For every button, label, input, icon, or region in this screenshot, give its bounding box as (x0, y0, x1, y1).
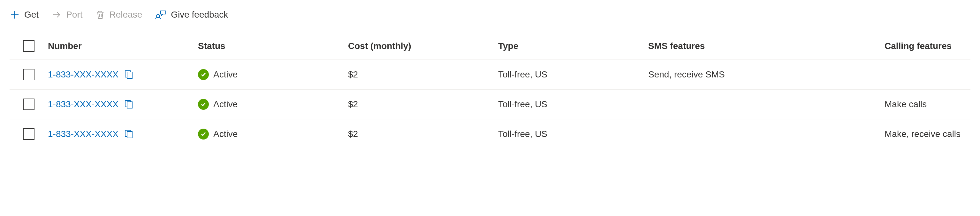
header-calling[interactable]: Calling features (885, 41, 980, 51)
number-cell: 1-833-XXX-XXXX (48, 129, 198, 139)
cost-cell: $2 (348, 69, 498, 80)
table-row: 1-833-XXX-XXXX Active $2 Toll-free, US M… (10, 90, 970, 119)
row-checkbox[interactable] (23, 99, 35, 110)
svg-rect-6 (127, 131, 132, 138)
get-label: Get (24, 10, 39, 20)
header-type[interactable]: Type (498, 41, 648, 51)
feedback-label: Give feedback (171, 10, 228, 20)
status-text: Active (213, 99, 237, 109)
status-text: Active (213, 129, 237, 139)
release-label: Release (110, 10, 142, 20)
copy-icon[interactable] (124, 129, 133, 139)
cost-cell: $2 (348, 99, 498, 109)
row-select-cell (10, 128, 48, 140)
row-select-cell (10, 69, 48, 80)
header-number[interactable]: Number (48, 41, 198, 51)
status-cell: Active (198, 129, 348, 139)
sms-cell: Send, receive SMS (648, 69, 885, 80)
copy-icon[interactable] (124, 99, 133, 109)
arrow-right-icon (51, 10, 62, 20)
row-checkbox[interactable] (23, 128, 35, 140)
plus-icon (10, 10, 20, 20)
feedback-icon (155, 10, 166, 20)
get-button[interactable]: Get (10, 10, 39, 20)
type-cell: Toll-free, US (498, 99, 648, 109)
number-cell: 1-833-XXX-XXXX (48, 99, 198, 109)
feedback-button[interactable]: Give feedback (155, 10, 228, 20)
port-label: Port (66, 10, 83, 20)
calling-cell: Make, receive calls (885, 129, 980, 139)
header-status[interactable]: Status (198, 41, 348, 51)
calling-cell: Make calls (885, 99, 980, 109)
port-button[interactable]: Port (51, 10, 83, 20)
row-select-cell (10, 99, 48, 110)
header-cost[interactable]: Cost (monthly) (348, 41, 498, 51)
table-header-row: Number Status Cost (monthly) Type SMS fe… (10, 33, 970, 60)
svg-rect-2 (127, 72, 132, 78)
select-all-checkbox[interactable] (23, 40, 35, 52)
header-sms[interactable]: SMS features (648, 41, 885, 51)
status-cell: Active (198, 99, 348, 110)
release-button[interactable]: Release (95, 10, 142, 20)
select-all-cell (10, 40, 48, 52)
cost-cell: $2 (348, 129, 498, 139)
type-cell: Toll-free, US (498, 69, 648, 80)
table-row: 1-833-XXX-XXXX Active $2 Toll-free, US S… (10, 60, 970, 90)
svg-rect-4 (127, 102, 132, 108)
status-active-icon (198, 99, 209, 110)
copy-icon[interactable] (124, 70, 133, 79)
phone-number-link[interactable]: 1-833-XXX-XXXX (48, 99, 118, 109)
status-text: Active (213, 69, 237, 80)
number-cell: 1-833-XXX-XXXX (48, 69, 198, 80)
status-cell: Active (198, 69, 348, 80)
table-row: 1-833-XXX-XXXX Active $2 Toll-free, US M… (10, 119, 970, 149)
toolbar: Get Port Release Give feedback (10, 6, 970, 33)
phone-number-link[interactable]: 1-833-XXX-XXXX (48, 69, 118, 80)
row-checkbox[interactable] (23, 69, 35, 80)
phone-numbers-table: Number Status Cost (monthly) Type SMS fe… (10, 33, 970, 149)
phone-number-link[interactable]: 1-833-XXX-XXXX (48, 129, 118, 139)
trash-icon (95, 10, 105, 20)
status-active-icon (198, 69, 209, 80)
type-cell: Toll-free, US (498, 129, 648, 139)
status-active-icon (198, 129, 209, 139)
